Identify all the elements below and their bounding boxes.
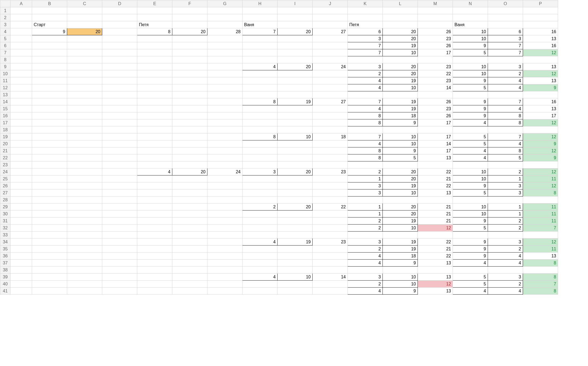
cell-E38[interactable] bbox=[137, 267, 172, 274]
cell-I19[interactable]: 10 bbox=[278, 133, 313, 140]
cell-D12[interactable] bbox=[102, 84, 137, 91]
cell-H20[interactable] bbox=[242, 140, 278, 147]
cell-E16[interactable] bbox=[137, 112, 172, 119]
cell-L27[interactable]: 10 bbox=[383, 189, 418, 196]
cell-J29[interactable]: 22 bbox=[313, 203, 348, 210]
cell-A15[interactable] bbox=[11, 105, 32, 112]
cell-D19[interactable] bbox=[102, 133, 137, 140]
cell-I10[interactable] bbox=[278, 70, 313, 77]
cell-E20[interactable] bbox=[137, 140, 172, 147]
cell-F23[interactable] bbox=[172, 161, 207, 168]
cell-M9[interactable]: 23 bbox=[418, 63, 453, 70]
row-header-30[interactable]: 30 bbox=[0, 210, 11, 217]
cell-P31[interactable]: 11 bbox=[523, 217, 558, 225]
cell-D27[interactable] bbox=[102, 189, 137, 196]
cell-H13[interactable] bbox=[242, 91, 278, 98]
cell-B1[interactable] bbox=[32, 7, 67, 14]
cell-G36[interactable] bbox=[207, 253, 242, 260]
cell-B21[interactable] bbox=[32, 147, 67, 154]
col-header-C[interactable]: C bbox=[67, 0, 102, 7]
cell-F41[interactable] bbox=[172, 288, 207, 295]
cell-D5[interactable] bbox=[102, 35, 137, 42]
cell-N5[interactable]: 10 bbox=[453, 35, 488, 42]
cell-C1[interactable] bbox=[67, 7, 102, 14]
cell-H4[interactable]: 7 bbox=[242, 28, 278, 35]
cell-G4[interactable]: 28 bbox=[207, 28, 242, 35]
cell-G11[interactable] bbox=[207, 77, 242, 84]
cell-P32[interactable]: 7 bbox=[523, 225, 558, 232]
cell-G7[interactable] bbox=[207, 49, 242, 56]
cell-H8[interactable] bbox=[242, 56, 278, 63]
cell-H35[interactable] bbox=[242, 246, 278, 253]
cell-I12[interactable] bbox=[278, 84, 313, 91]
cell-P27[interactable]: 8 bbox=[523, 189, 558, 196]
cell-H25[interactable] bbox=[242, 175, 278, 182]
cell-M33[interactable] bbox=[418, 232, 453, 239]
cell-N7[interactable]: 5 bbox=[453, 49, 488, 56]
cell-J23[interactable] bbox=[313, 161, 348, 168]
cell-J16[interactable] bbox=[313, 112, 348, 119]
cell-B26[interactable] bbox=[32, 182, 67, 189]
cell-F12[interactable] bbox=[172, 84, 207, 91]
cell-L29[interactable]: 20 bbox=[383, 203, 418, 210]
cell-L26[interactable]: 19 bbox=[383, 182, 418, 189]
cell-J4[interactable]: 27 bbox=[313, 28, 348, 35]
cell-N10[interactable]: 10 bbox=[453, 70, 488, 77]
cell-M12[interactable]: 14 bbox=[418, 84, 453, 91]
cell-B17[interactable] bbox=[32, 119, 67, 126]
cell-K31[interactable]: 2 bbox=[348, 217, 383, 225]
cell-L17[interactable]: 9 bbox=[383, 119, 418, 126]
cell-A20[interactable] bbox=[11, 140, 32, 147]
cell-F7[interactable] bbox=[172, 49, 207, 56]
cell-A22[interactable] bbox=[11, 154, 32, 161]
cell-N26[interactable]: 9 bbox=[453, 182, 488, 189]
cell-E37[interactable] bbox=[137, 260, 172, 267]
cell-A38[interactable] bbox=[11, 267, 32, 274]
cell-E34[interactable] bbox=[137, 239, 172, 246]
cell-E12[interactable] bbox=[137, 84, 172, 91]
cell-F34[interactable] bbox=[172, 239, 207, 246]
cell-F27[interactable] bbox=[172, 189, 207, 196]
cell-G29[interactable] bbox=[207, 203, 242, 210]
cell-P33[interactable] bbox=[523, 232, 558, 239]
row-header-13[interactable]: 13 bbox=[0, 91, 11, 98]
cell-M26[interactable]: 22 bbox=[418, 182, 453, 189]
cell-O28[interactable] bbox=[488, 196, 523, 203]
cell-A18[interactable] bbox=[11, 126, 32, 133]
cell-M14[interactable]: 26 bbox=[418, 98, 453, 105]
cell-G39[interactable] bbox=[207, 274, 242, 281]
cell-I14[interactable]: 19 bbox=[278, 98, 313, 105]
cell-C31[interactable] bbox=[67, 217, 102, 225]
cell-H31[interactable] bbox=[242, 217, 278, 225]
cell-E17[interactable] bbox=[137, 119, 172, 126]
cell-J30[interactable] bbox=[313, 210, 348, 217]
cell-O27[interactable]: 3 bbox=[488, 189, 523, 196]
row-header-37[interactable]: 37 bbox=[0, 260, 11, 267]
cell-L38[interactable] bbox=[383, 267, 418, 274]
cell-K26[interactable]: 3 bbox=[348, 182, 383, 189]
cell-K29[interactable]: 1 bbox=[348, 203, 383, 210]
cell-A4[interactable] bbox=[11, 28, 32, 35]
cell-O33[interactable] bbox=[488, 232, 523, 239]
cell-H26[interactable] bbox=[242, 182, 278, 189]
cell-G5[interactable] bbox=[207, 35, 242, 42]
row-header-34[interactable]: 34 bbox=[0, 239, 11, 246]
cell-N8[interactable] bbox=[453, 56, 488, 63]
cell-H36[interactable] bbox=[242, 253, 278, 260]
cell-K12[interactable]: 4 bbox=[348, 84, 383, 91]
cell-F24[interactable]: 20 bbox=[172, 168, 207, 175]
cell-A19[interactable] bbox=[11, 133, 32, 140]
cell-N37[interactable]: 4 bbox=[453, 260, 488, 267]
cell-E41[interactable] bbox=[137, 288, 172, 295]
cell-H12[interactable] bbox=[242, 84, 278, 91]
row-header-16[interactable]: 16 bbox=[0, 112, 11, 119]
cell-I23[interactable] bbox=[278, 161, 313, 168]
cell-N39[interactable]: 5 bbox=[453, 274, 488, 281]
cell-G35[interactable] bbox=[207, 246, 242, 253]
cell-F18[interactable] bbox=[172, 126, 207, 133]
cell-C28[interactable] bbox=[67, 196, 102, 203]
cell-O4[interactable]: 6 bbox=[488, 28, 523, 35]
cell-L1[interactable] bbox=[383, 7, 418, 14]
cell-N40[interactable]: 5 bbox=[453, 281, 488, 288]
cell-B9[interactable] bbox=[32, 63, 67, 70]
